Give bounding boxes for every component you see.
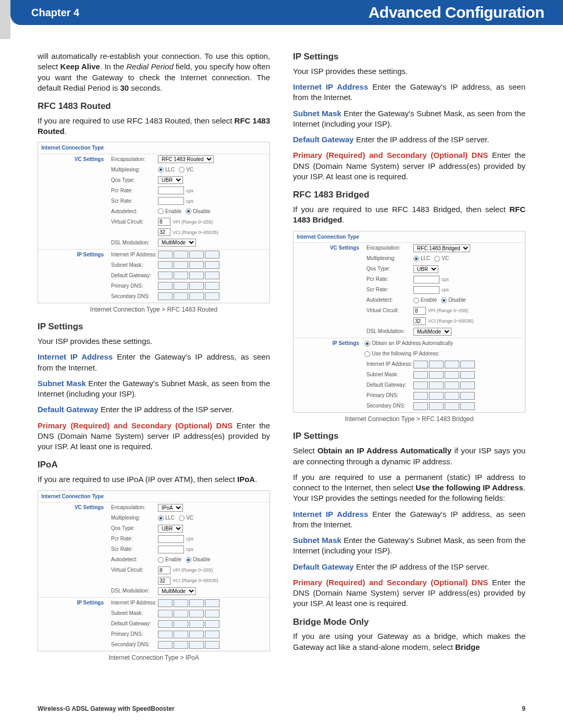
encapsulation-select[interactable]: IPoA — [158, 504, 183, 512]
radio-llc[interactable] — [158, 515, 164, 521]
page-title: Advanced Configuration — [369, 4, 544, 21]
static-ip-paragraph: If you are required to use a permanent (… — [293, 472, 525, 504]
page-number: 9 — [522, 705, 525, 712]
vpi-input[interactable] — [413, 307, 426, 315]
subnet-mask-r2: Subnet Mask Enter the Gateway's Subnet M… — [293, 535, 525, 557]
radio-enable[interactable] — [413, 298, 419, 303]
encapsulation-select[interactable]: RFC 1483 Bridged — [413, 244, 470, 252]
default-gateway: Default Gateway Enter the IP address of … — [38, 404, 270, 415]
radio-use-following[interactable] — [364, 351, 370, 357]
dns-paragraph: Primary (Required) and Secondary (Option… — [38, 421, 270, 452]
caption-ipoa: Internet Connection Type > IPoA — [38, 653, 270, 662]
rfc-bridged-paragraph: If you are required to use RFC 1483 Brid… — [293, 204, 525, 226]
screenshot-rfc-routed: Internet Connection Type VC SettingsEnca… — [38, 142, 270, 303]
scr-input[interactable] — [158, 546, 184, 553]
ip-settings-heading-r2: IP Settings — [293, 430, 525, 442]
radio-enable[interactable] — [158, 557, 164, 563]
dsl-select[interactable]: MultiMode — [413, 328, 451, 336]
ip-settings-heading: IP Settings — [38, 321, 270, 333]
right-column: IP Settings Your ISP provides these sett… — [293, 51, 525, 669]
vpi-input[interactable] — [158, 566, 170, 574]
radio-disable[interactable] — [186, 208, 191, 214]
screenshot-rfc-bridged: Internet Connection Type VC SettingsEnca… — [293, 231, 525, 413]
radio-disable[interactable] — [186, 557, 191, 563]
vci-input[interactable] — [413, 317, 426, 325]
subnet-mask-r: Subnet Mask Enter the Gateway's Subnet M… — [293, 108, 525, 130]
bridge-mode-paragraph: If you are using your Gateway as a bridg… — [293, 631, 525, 652]
pcr-input[interactable] — [413, 276, 439, 283]
page: Chapter 4 Advanced Configuration will au… — [0, 0, 563, 728]
ip-intro: Your ISP provides these settings. — [38, 336, 270, 347]
radio-llc[interactable] — [413, 256, 419, 262]
vpi-input[interactable] — [158, 218, 170, 226]
product-name: Wireless-G ADSL Gateway with SpeedBooste… — [38, 705, 175, 712]
page-header: Chapter 4 Advanced Configuration — [10, 0, 563, 25]
intro-paragraph: will automatically re-establish your con… — [38, 51, 270, 93]
qos-select[interactable]: UBR — [158, 176, 183, 184]
left-column: will automatically re-establish your con… — [38, 51, 270, 669]
rfc-routed-paragraph: If you are required to use RFC 1483 Rout… — [38, 116, 270, 137]
bridge-mode-heading: Bridge Mode Only — [293, 616, 525, 628]
dns-paragraph-r: Primary (Required) and Secondary (Option… — [293, 150, 525, 182]
chapter-label: Chapter 4 — [31, 7, 79, 19]
default-gateway-r2: Default Gateway Enter the IP address of … — [293, 562, 525, 572]
internet-ip-address-r: Internet IP Address Enter the Gateway's … — [293, 82, 525, 103]
scr-input[interactable] — [413, 286, 439, 294]
radio-llc[interactable] — [158, 167, 164, 172]
radio-vc[interactable] — [179, 515, 185, 521]
radio-enable[interactable] — [158, 208, 164, 214]
vci-input[interactable] — [158, 577, 170, 585]
default-gateway-r: Default Gateway Enter the IP address of … — [293, 134, 525, 145]
qos-select[interactable]: UBR — [158, 525, 183, 533]
ipoa-paragraph: If you are required to use IPoA (IP over… — [38, 474, 270, 485]
dsl-select[interactable]: MultiMode — [158, 239, 196, 246]
content-columns: will automatically re-establish your con… — [0, 25, 563, 669]
rfc-routed-heading: RFC 1483 Routed — [38, 101, 270, 113]
subnet-mask: Subnet Mask Enter the Gateway's Subnet M… — [38, 378, 270, 400]
page-footer: Wireless-G ADSL Gateway with SpeedBooste… — [38, 705, 525, 712]
internet-ip-address-r2: Internet IP Address Enter the Gateway's … — [293, 509, 525, 530]
radio-disable[interactable] — [441, 298, 447, 303]
ipoa-heading: IPoA — [38, 459, 270, 471]
internet-ip-address: Internet IP Address Enter the Gateway's … — [38, 352, 270, 373]
rfc-bridged-heading: RFC 1483 Bridged — [293, 189, 525, 201]
encapsulation-select[interactable]: RFC 1483 Routed — [158, 155, 214, 163]
caption-routed: Internet Connection Type > RFC 1483 Rout… — [38, 305, 270, 314]
screenshot-ipoa: Internet Connection Type VC SettingsEnca… — [38, 490, 270, 652]
obtain-auto-paragraph: Select Obtain an IP Address Automaticall… — [293, 446, 525, 467]
radio-obtain-auto[interactable] — [364, 341, 370, 347]
pcr-input[interactable] — [158, 535, 184, 543]
vci-input[interactable] — [158, 228, 170, 236]
ip-settings-heading-r1: IP Settings — [293, 51, 525, 63]
sidebar-curve — [0, 0, 10, 39]
dsl-select[interactable]: MultiMode — [158, 587, 196, 595]
radio-vc[interactable] — [179, 167, 185, 172]
dns-paragraph-r2: Primary (Required) and Secondary (Option… — [293, 577, 525, 609]
caption-bridged: Internet Connection Type > RFC 1483 Brid… — [293, 415, 525, 423]
qos-select[interactable]: UBR — [413, 265, 438, 273]
ip-intro-r: Your ISP provides these settings. — [293, 66, 525, 77]
scr-input[interactable] — [158, 197, 184, 205]
radio-vc[interactable] — [434, 256, 440, 262]
pcr-input[interactable] — [158, 187, 184, 194]
